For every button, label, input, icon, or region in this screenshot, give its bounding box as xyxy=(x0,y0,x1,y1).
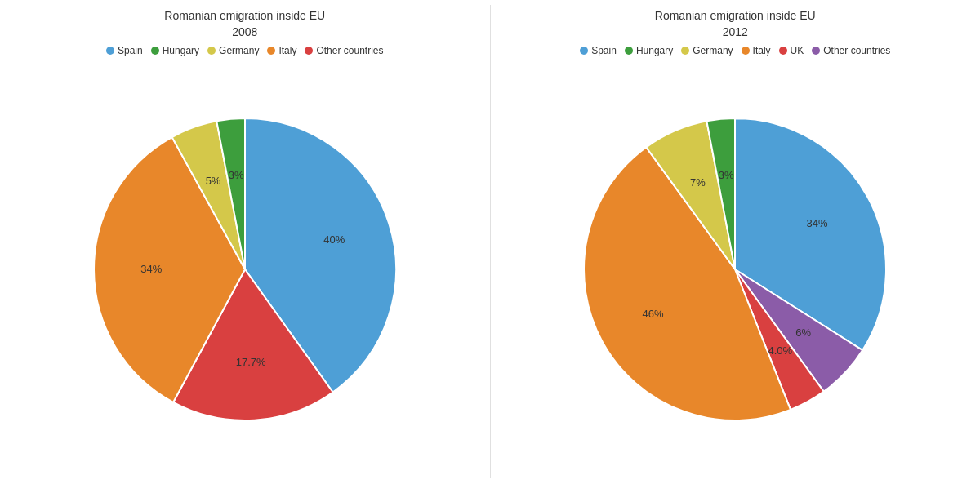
pie-label: 34% xyxy=(140,263,162,275)
chart1-svg: 40%17.7%34%5%3% xyxy=(69,94,421,445)
pie-label: 6% xyxy=(795,326,811,339)
pie-label: 40% xyxy=(323,233,345,246)
legend-dot xyxy=(779,47,787,55)
legend-item: Other countries xyxy=(305,45,383,56)
legend-item: Hungary xyxy=(151,45,199,56)
legend-label: Germany xyxy=(219,45,259,56)
legend-dot xyxy=(106,47,114,55)
pie-label: 4.0% xyxy=(768,344,793,357)
legend-label: Hungary xyxy=(636,45,673,56)
legend-label: Italy xyxy=(278,45,296,56)
pie-label: 17.7% xyxy=(236,356,266,368)
legend-item: Italy xyxy=(267,45,296,56)
legend-item: Spain xyxy=(106,45,143,56)
legend-dot xyxy=(305,47,313,55)
pie-label: 5% xyxy=(205,175,220,187)
pie-label: 3% xyxy=(719,169,734,181)
pie-label: 46% xyxy=(643,308,664,320)
legend-item: Hungary xyxy=(625,45,673,56)
legend-label: Spain xyxy=(118,45,143,56)
chart1-legend: SpainHungaryGermanyItalyOther countries xyxy=(106,45,383,56)
legend-label: Germany xyxy=(693,45,733,56)
legend-dot xyxy=(742,47,750,55)
legend-item: Germany xyxy=(681,45,733,56)
legend-item: Other countries xyxy=(812,45,890,56)
legend-dot xyxy=(151,47,159,55)
chart2-title: Romanian emigration inside EU 2012 xyxy=(655,8,816,40)
legend-item: Italy xyxy=(742,45,771,56)
legend-label: Other countries xyxy=(823,45,890,56)
pie-label: 7% xyxy=(690,176,706,189)
legend-label: Italy xyxy=(753,45,771,56)
pie-label: 3% xyxy=(229,169,244,181)
legend-dot xyxy=(625,47,633,55)
legend-dot xyxy=(681,47,689,55)
chart2-container: Romanian emigration inside EU 2012 Spain… xyxy=(491,0,981,484)
legend-dot xyxy=(207,47,216,55)
chart2-svg: 34%6%4.0%46%7%3% xyxy=(559,94,911,445)
chart1-pie-wrapper: 40%17.7%34%5%3% xyxy=(69,63,421,476)
chart2-pie-wrapper: 34%6%4.0%46%7%3% xyxy=(559,63,911,476)
legend-item: Germany xyxy=(207,45,259,56)
chart2-legend: SpainHungaryGermanyItalyUKOther countrie… xyxy=(580,45,890,56)
legend-label: Other countries xyxy=(316,45,383,56)
legend-label: UK xyxy=(791,45,804,56)
legend-label: Hungary xyxy=(163,45,199,56)
legend-label: Spain xyxy=(591,45,617,56)
chart1-title: Romanian emigration inside EU 2008 xyxy=(164,8,325,40)
legend-item: Spain xyxy=(580,45,617,56)
pie-label: 34% xyxy=(807,217,828,229)
chart1-container: Romanian emigration inside EU 2008 Spain… xyxy=(0,0,490,484)
legend-dot xyxy=(580,47,588,55)
legend-dot xyxy=(267,47,275,55)
legend-item: UK xyxy=(779,45,804,56)
legend-dot xyxy=(812,47,820,55)
